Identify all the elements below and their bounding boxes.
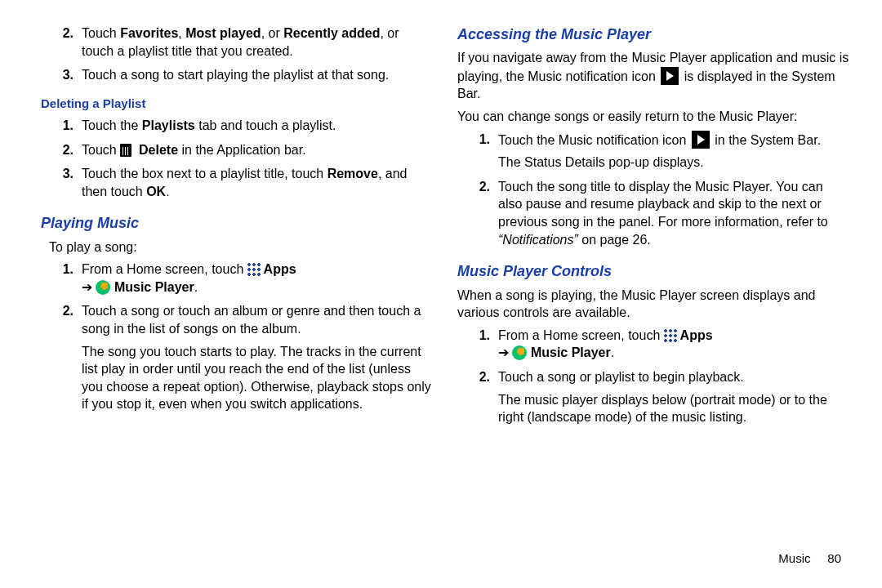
step-body: Touch the box next to a playlist title, …	[82, 165, 433, 200]
step-body: Touch Favorites, Most played, or Recentl…	[82, 24, 433, 60]
paragraph: If you navigate away from the Music Play…	[457, 49, 849, 103]
list-item: 2. Touch Favorites, Most played, or Rece…	[41, 24, 433, 60]
step-body: Touch Delete in the Application bar.	[82, 141, 433, 159]
section-heading-music-player-controls: Music Player Controls	[457, 261, 849, 281]
list-item: 2. Touch a song or playlist to begin pla…	[457, 368, 849, 426]
text: Touch	[82, 143, 120, 157]
step-number: 1.	[457, 131, 498, 172]
left-column: 2. Touch Favorites, Most played, or Rece…	[41, 24, 433, 433]
step-body: Touch the Music notification icon in the…	[498, 131, 849, 172]
text: From a Home screen, touch	[498, 328, 664, 342]
continuation-text: The song you touch starts to play. The t…	[82, 343, 433, 413]
apps-label: Apps	[677, 328, 713, 342]
step-body: From a Home screen, touch Apps ➔ Music P…	[498, 327, 849, 362]
step-body: Touch the Playlists tab and touch a play…	[82, 117, 433, 135]
arrow-icon: ➔	[498, 345, 512, 359]
text: Touch the Music notification icon	[498, 133, 690, 147]
arrow-icon: ➔	[82, 280, 96, 294]
play-icon	[661, 67, 679, 85]
apps-icon	[247, 263, 261, 276]
step-number: 3.	[41, 66, 82, 84]
intro-text: To play a song:	[49, 238, 433, 256]
trash-icon	[120, 144, 131, 157]
section-label: Music	[778, 551, 810, 565]
step-body: Touch a song or touch an album or genre …	[82, 302, 433, 413]
section-heading-playing-music: Playing Music	[41, 213, 433, 233]
play-icon	[692, 131, 710, 149]
page-number: 80	[827, 551, 841, 565]
paragraph: You can change songs or easily return to…	[457, 108, 849, 126]
step-body: Touch the song title to display the Musi…	[498, 178, 849, 248]
section-heading-accessing-music-player: Accessing the Music Player	[457, 24, 849, 44]
step-body: Touch a song or playlist to begin playba…	[498, 368, 849, 426]
list-item: 2. Touch Delete in the Application bar.	[41, 141, 433, 159]
step-number: 2.	[41, 302, 82, 413]
list-item: 3. Touch a song to start playing the pla…	[41, 66, 433, 84]
right-column: Accessing the Music Player If you naviga…	[457, 24, 849, 433]
page-footer: Music 80	[778, 550, 841, 567]
step-number: 2.	[41, 24, 82, 60]
list-item: 2. Touch the song title to display the M…	[457, 178, 849, 248]
subheading-deleting-playlist: Deleting a Playlist	[41, 96, 433, 112]
step-body: Touch a song to start playing the playli…	[82, 66, 433, 84]
text: Touch a song or playlist to begin playba…	[498, 370, 744, 384]
step-number: 1.	[41, 261, 82, 296]
music-player-icon	[96, 280, 110, 295]
step-number: 3.	[41, 165, 82, 200]
text: in the System Bar.	[711, 133, 821, 147]
step-number: 2.	[457, 178, 498, 248]
text: Touch a song or touch an album or genre …	[82, 304, 421, 336]
continuation-text: The music player displays below (portrai…	[498, 391, 849, 426]
text: .	[194, 280, 198, 294]
apps-icon	[664, 329, 677, 342]
paragraph: When a song is playing, the Music Player…	[457, 287, 849, 322]
step-number: 1.	[457, 327, 498, 362]
step-number: 2.	[41, 141, 82, 159]
step-number: 2.	[457, 368, 498, 426]
music-player-icon	[512, 345, 527, 360]
music-label: Music Player	[527, 345, 610, 359]
apps-label: Apps	[261, 262, 296, 276]
continuation-text: The Status Details pop-up displays.	[498, 154, 849, 172]
list-item: 1. From a Home screen, touch Apps ➔ Musi…	[457, 327, 849, 362]
list-item: 2. Touch a song or touch an album or gen…	[41, 302, 433, 413]
step-number: 1.	[41, 117, 82, 135]
text: .	[611, 345, 614, 359]
list-item: 1. Touch the Playlists tab and touch a p…	[41, 117, 433, 135]
step-body: From a Home screen, touch Apps ➔ Music P…	[82, 261, 433, 296]
text: From a Home screen, touch	[82, 262, 247, 276]
list-item: 1. From a Home screen, touch Apps ➔ Musi…	[41, 261, 433, 296]
list-item: 1. Touch the Music notification icon in …	[457, 131, 849, 172]
music-label: Music Player	[110, 280, 194, 294]
list-item: 3. Touch the box next to a playlist titl…	[41, 165, 433, 200]
